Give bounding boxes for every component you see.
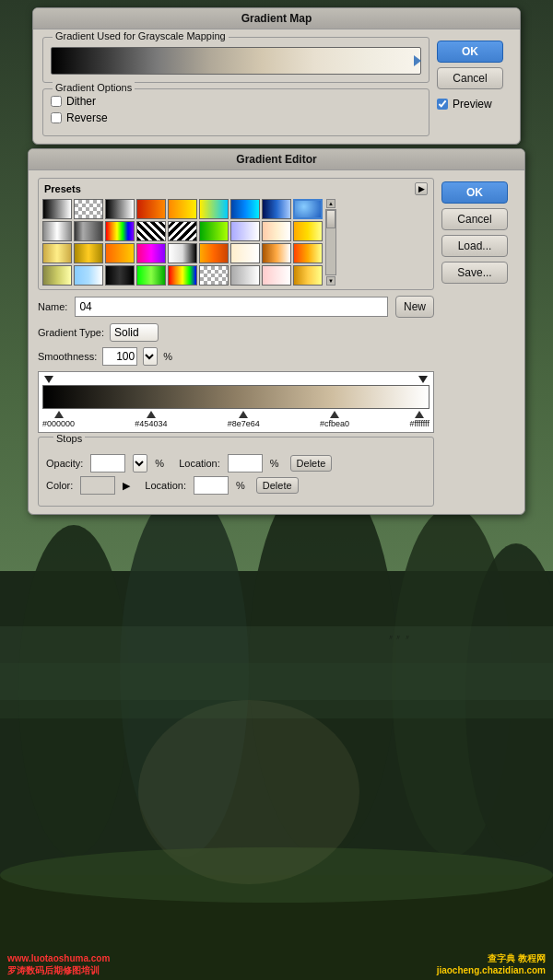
smoothness-input[interactable] xyxy=(102,347,137,366)
preset-swatch-dark[interactable] xyxy=(105,265,135,286)
gradient-editor-ok-button[interactable]: OK xyxy=(441,181,508,204)
preset-swatch-white-black[interactable] xyxy=(168,243,197,263)
presets-label: Presets xyxy=(44,183,81,194)
stop-label-1: #454034 xyxy=(135,419,167,428)
preset-swatch-bw2[interactable] xyxy=(105,199,135,219)
svg-point-10 xyxy=(138,700,359,884)
preset-swatch-diagonal-bw[interactable] xyxy=(136,221,166,241)
watermark-right-line2: jiaocheng.chazidian.com xyxy=(437,964,546,976)
scroll-up-arrow[interactable]: ▲ xyxy=(326,199,335,208)
preset-swatch-fire[interactable] xyxy=(199,243,229,263)
color-stop-0[interactable]: #000000 xyxy=(42,411,75,428)
gradient-map-cancel-button[interactable]: Cancel xyxy=(437,67,503,89)
load-button[interactable]: Load... xyxy=(441,235,508,257)
preset-swatch-bw[interactable] xyxy=(42,199,72,219)
color-stop-4[interactable]: #fffffff xyxy=(409,411,429,428)
gradient-used-label: Gradient Used for Grayscale Mapping xyxy=(53,30,229,41)
color-location-input[interactable] xyxy=(194,476,229,495)
preset-swatch-transparent[interactable] xyxy=(74,199,103,219)
preset-swatch-full-rainbow[interactable] xyxy=(168,265,197,286)
smoothness-unit: % xyxy=(163,351,172,362)
gradient-map-right: OK Cancel Preview xyxy=(437,37,511,136)
color-arrow-icon[interactable]: ▶ xyxy=(123,480,130,492)
stop-label-4: #fffffff xyxy=(409,419,429,428)
stops-label: Stops xyxy=(53,433,85,444)
preset-swatch-copper2[interactable] xyxy=(262,243,291,263)
preset-swatch-gold2[interactable] xyxy=(42,243,72,263)
opacity-delete-button[interactable]: Delete xyxy=(290,455,333,472)
preset-swatch-selected[interactable] xyxy=(293,199,323,219)
dither-checkbox[interactable] xyxy=(51,96,62,107)
stop-arrow-3 xyxy=(330,411,339,418)
opacity-input[interactable] xyxy=(90,454,125,472)
preset-swatch-navy-blue[interactable] xyxy=(262,199,291,219)
presets-header: Presets ▶ xyxy=(42,182,429,195)
name-row: Name: New xyxy=(38,296,434,318)
preset-swatch-pink-violet[interactable] xyxy=(136,243,166,263)
gradient-bar[interactable] xyxy=(42,385,429,409)
save-button[interactable]: Save... xyxy=(441,262,508,284)
preset-swatch-checker[interactable] xyxy=(199,265,229,286)
color-stop-row: Color: ▶ Location: % Delete xyxy=(46,476,426,495)
reverse-row: Reverse xyxy=(51,111,421,124)
presets-expand-button[interactable]: ▶ xyxy=(415,182,428,195)
preset-swatch-orange2[interactable] xyxy=(105,243,135,263)
preset-swatch-cream[interactable] xyxy=(230,243,260,263)
reverse-checkbox[interactable] xyxy=(51,112,62,123)
scrollbar-thumb[interactable] xyxy=(326,210,335,228)
stop-label-2: #8e7e64 xyxy=(228,419,260,428)
preset-swatch-gold[interactable] xyxy=(293,221,323,241)
color-delete-button[interactable]: Delete xyxy=(256,477,299,494)
preset-swatch-gray-white[interactable] xyxy=(230,265,260,286)
preset-swatch-silver[interactable] xyxy=(42,221,72,241)
color-location-label: Location: xyxy=(145,480,186,491)
preset-swatch-peach[interactable] xyxy=(262,221,291,241)
opacity-stop-left[interactable] xyxy=(44,376,53,383)
opacity-stops-row xyxy=(42,376,429,383)
preset-swatch-sky[interactable] xyxy=(74,265,103,286)
preset-swatch-gold3[interactable] xyxy=(74,243,103,263)
smoothness-dropdown[interactable]: 100 xyxy=(143,347,158,366)
opacity-stop-right[interactable] xyxy=(418,376,428,383)
preset-swatch-diagonal-bw2[interactable] xyxy=(168,221,197,241)
preset-swatch-blue-cyan[interactable] xyxy=(230,199,260,219)
name-input[interactable] xyxy=(75,297,388,317)
stop-label-0: #000000 xyxy=(42,419,75,428)
color-stop-2[interactable]: #8e7e64 xyxy=(228,411,260,428)
gradient-map-preview[interactable] xyxy=(51,47,421,75)
preview-checkbox[interactable] xyxy=(437,99,448,110)
preset-swatch-rainbow[interactable] xyxy=(105,221,135,241)
color-stop-1[interactable]: #454034 xyxy=(135,411,167,428)
color-stop-3[interactable]: #cfbea0 xyxy=(320,411,349,428)
opacity-location-input[interactable] xyxy=(228,454,263,472)
gradient-map-ok-button[interactable]: OK xyxy=(437,41,503,63)
preset-swatch-chrome[interactable] xyxy=(74,221,103,241)
gradient-type-select[interactable]: Solid Noise xyxy=(110,323,159,342)
opacity-unit: % xyxy=(155,458,164,469)
preset-swatch-green-lime[interactable] xyxy=(199,221,229,241)
opacity-dropdown[interactable] xyxy=(133,454,147,472)
preset-swatch-orange-yellow[interactable] xyxy=(168,199,197,219)
preset-swatch-sunset[interactable] xyxy=(293,243,323,263)
preset-swatch-pink[interactable] xyxy=(262,265,291,286)
gradient-map-title: Gradient Map xyxy=(33,8,520,29)
new-button[interactable]: New xyxy=(395,296,434,318)
preset-swatch-green2[interactable] xyxy=(136,265,166,286)
scroll-down-arrow[interactable]: ▼ xyxy=(326,276,335,286)
preset-swatch-lavender[interactable] xyxy=(230,221,260,241)
scroll-down-icon: ▼ xyxy=(328,278,334,284)
name-label: Name: xyxy=(38,301,67,312)
color-stops-row: #000000 #454034 #8e7e64 xyxy=(42,411,429,428)
gradient-editor-cancel-button[interactable]: Cancel xyxy=(441,208,508,230)
gradient-used-fieldset: Gradient Used for Grayscale Mapping xyxy=(42,37,429,83)
gradient-preview-container[interactable] xyxy=(51,47,421,75)
preset-swatch-olive[interactable] xyxy=(42,265,72,286)
svg-text:〃〃 〃: 〃〃 〃 xyxy=(387,634,411,642)
scroll-up-icon: ▲ xyxy=(328,201,334,206)
scrollbar-track[interactable] xyxy=(325,209,336,275)
preset-swatch-yellow-cyan[interactable] xyxy=(199,199,229,219)
color-swatch[interactable] xyxy=(80,476,115,495)
preset-swatch-red-orange[interactable] xyxy=(136,199,166,219)
preset-swatch-yellow2[interactable] xyxy=(293,265,323,286)
opacity-location-unit: % xyxy=(270,458,279,469)
